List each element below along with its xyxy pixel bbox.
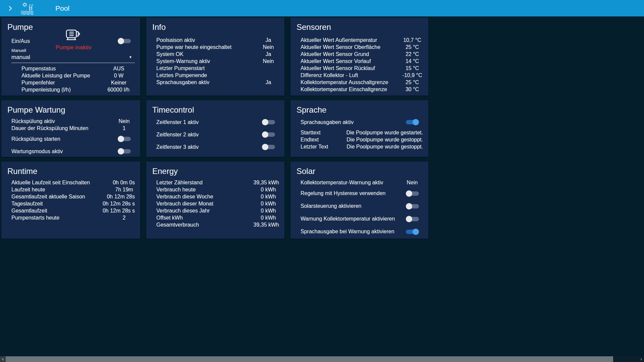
scroll-left-arrow-icon: ‹ — [2, 356, 4, 362]
timeslot-2-toggle[interactable] — [262, 131, 275, 138]
row-value: 14 °C — [401, 58, 423, 65]
row-label: Letztes Pumpenende — [156, 72, 207, 79]
row-label: Pumpenstarts heute — [11, 214, 59, 221]
row-label: Solarsteuerung aktivieren — [301, 203, 361, 209]
row-value: 25 °C — [401, 44, 423, 51]
horizontal-scrollbar[interactable]: ‹ › — [0, 356, 644, 362]
card-title: Solar — [290, 162, 428, 176]
card-pumpe: Pumpe Pumpe inaktiv Ein/Aus — [1, 17, 140, 96]
card-solar: Solar Kollektortemperatur-Warnung aktiv … — [290, 162, 428, 239]
scroll-left-button[interactable]: ‹ — [0, 356, 6, 362]
row-label: Sprachausgaben aktiv — [301, 119, 354, 125]
scrollbar-thumb[interactable] — [6, 356, 613, 362]
toggle-row: Zeitfenster 3 aktiv — [156, 141, 279, 153]
toggle-cell — [113, 38, 135, 44]
row-label: Tageslaufzeit — [11, 200, 43, 207]
backwash-start-toggle[interactable] — [118, 136, 131, 142]
row-label: Sprachausgabe bei Warnung aktivieren — [301, 229, 394, 235]
row-label: Aktuelle Laufzeit seit Einschalten — [11, 179, 90, 186]
row-value: 25 °C — [401, 79, 423, 86]
timeslot-1-toggle[interactable] — [262, 119, 275, 125]
table-row: Rückspülung aktiv Nein — [11, 118, 135, 125]
dashboard: Pumpe Pumpe inaktiv Ein/Aus — [1, 17, 428, 239]
toggle-row: Warnung Kollektortemperatur aktivieren — [301, 213, 423, 225]
row-label: Rückspülung aktiv — [11, 118, 55, 125]
toggle-row: Sprachausgaben aktiv — [301, 116, 423, 128]
row-label: Kollektortemperatur-Warnung aktiv — [301, 179, 383, 186]
maintenance-mode-toggle[interactable] — [118, 148, 131, 155]
selected-mode-value: manual — [11, 54, 30, 61]
pump-mode-select[interactable]: manual ▼ — [11, 54, 135, 63]
toggle-row: Sprachausgabe bei Warnung aktivieren — [301, 225, 423, 238]
row-value: Nein — [401, 179, 423, 186]
mode-label: Manuell — [11, 49, 135, 53]
row-label: Letzter Pumpenstart — [156, 65, 205, 72]
speech-output-toggle[interactable] — [406, 119, 419, 125]
table-row: Verbrauch dieser Monat 0 kWh — [156, 200, 279, 207]
row-label: Verbrauch dieser Monat — [156, 200, 213, 207]
row-label: Pumpenleistung (l/h) — [21, 86, 71, 93]
table-row: Differenz Kollektor - Luft -10,9 °C — [301, 72, 423, 79]
pump-power-row: Ein/Aus — [11, 38, 135, 45]
toggle-row: Zeitfenster 2 aktiv — [156, 128, 279, 141]
table-row: Aktueller Wert Sensor Grund 22 °C — [301, 51, 423, 58]
table-row: Letztes Pumpenende — [156, 72, 279, 79]
table-row: Gesamtlaufzeit 0h 12m 28s s — [11, 207, 135, 214]
warning-speech-toggle[interactable] — [406, 229, 419, 235]
timeslot-3-toggle[interactable] — [262, 144, 275, 150]
table-row: Aktueller Wert Sensor Oberfläche 25 °C — [301, 44, 423, 51]
solar-control-toggle[interactable] — [406, 203, 419, 209]
row-label: Aktueller Wert Sensor Grund — [301, 51, 369, 58]
row-value: Die Poolpumpe wurde gestoppt. — [346, 143, 423, 150]
row-value: 0 kWh — [258, 200, 279, 207]
row-label: Regelung mit Hysterese verwenden — [301, 190, 385, 196]
table-row: Aktueller Wert Sensor Rücklauf 15 °C — [301, 65, 423, 72]
row-label: Aktueller Wert Sensor Oberfläche — [301, 44, 380, 51]
hysteresis-toggle[interactable] — [406, 190, 419, 197]
dropdown-caret-icon: ▼ — [129, 54, 135, 61]
row-value: 0 kWh — [258, 186, 279, 193]
table-row: Aktueller Wert Außentemperatur 10,7 °C — [301, 37, 423, 44]
table-row: System-Warnung aktiv Nein — [156, 58, 279, 65]
table-row: Verbrauch diese Woche 0 kWh — [156, 193, 279, 200]
row-value: Die Poolpumpe wurde gestartet. — [346, 129, 423, 136]
row-value: 10,7 °C — [401, 37, 423, 44]
table-row: Tageslaufzeit 0h 12m 28s s — [11, 200, 135, 207]
card-energy: Energy Letzter Zählerstand 39,35 kWh Ver… — [146, 162, 284, 239]
toggle-knob — [118, 38, 124, 44]
scroll-right-button[interactable]: › — [638, 356, 644, 362]
row-value: Keiner — [108, 79, 129, 86]
toggle-row: Wartungsmodus aktiv — [11, 145, 135, 157]
card-title: Runtime — [1, 162, 140, 176]
table-row: Laufzeit heute 7h 19m — [11, 186, 135, 193]
pump-info-rows: Pumpenstatus AUS Aktuelle Leistung der P… — [21, 65, 129, 93]
row-value: 15 °C — [401, 65, 423, 72]
row-value: Ja — [258, 37, 279, 44]
table-row: Pumpenfehler Keiner — [21, 79, 129, 86]
toggle-knob — [118, 136, 124, 142]
pump-controls: Ein/Aus Manuell manual ▼ Pumpenstatus AU… — [11, 38, 135, 93]
row-label: Rückspülung starten — [11, 136, 60, 142]
toggle-row: Solarsteuerung aktivieren — [301, 200, 423, 213]
pump-power-toggle[interactable] — [118, 38, 131, 44]
sprache-rows: Starttext Die Poolpumpe wurde gestartet.… — [301, 129, 423, 150]
row-label: Aktueller Wert Außentemperatur — [301, 37, 377, 44]
table-row: Kollektortemperatur Einschaltgrenze 30 °… — [301, 86, 423, 93]
row-label: Starttext — [301, 129, 321, 136]
toggle-row: Rückspülung starten — [11, 133, 135, 145]
table-row: Pumpe war heute eingeschaltet Nein — [156, 44, 279, 51]
table-row: Verbrauch dieses Jahr 0 kWh — [156, 207, 279, 214]
collector-warning-toggle[interactable] — [406, 216, 419, 222]
sidebar-open-chevron-icon[interactable] — [8, 5, 13, 11]
table-row: Starttext Die Poolpumpe wurde gestartet. — [301, 129, 423, 136]
table-row: Aktueller Wert Sensor Vorlauf 14 °C — [301, 58, 423, 65]
row-value: 0h 0m 0s — [113, 179, 135, 186]
card-title: Energy — [146, 162, 284, 176]
row-value: 39,35 kWh — [254, 221, 279, 228]
table-row: Dauer der Rückspülung Minuten 1 — [11, 125, 135, 132]
solar-rows: Kollektortemperatur-Warnung aktiv Nein — [301, 179, 423, 186]
row-label: Zeitfenster 1 aktiv — [156, 119, 199, 125]
row-value: Nein — [258, 44, 279, 51]
wartung-rows: Rückspülung aktiv Nein Dauer der Rückspü… — [11, 118, 135, 132]
row-value: 60000 l/h — [107, 86, 129, 93]
